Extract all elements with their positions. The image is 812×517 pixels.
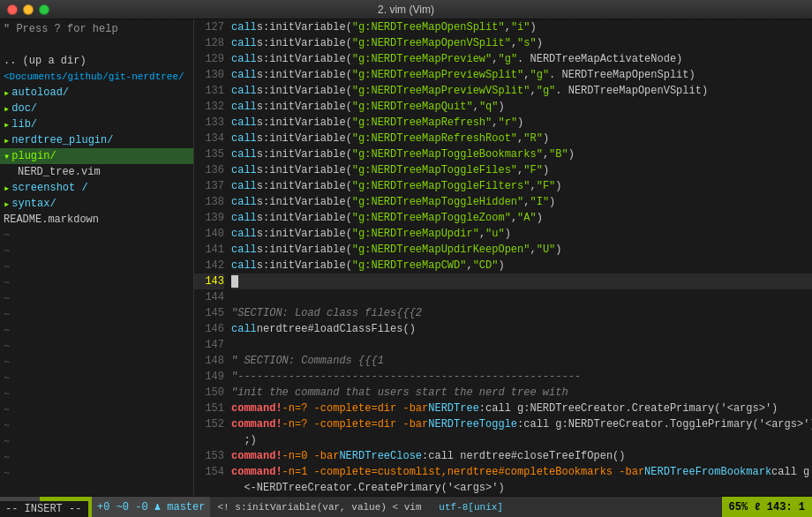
code-line-137: call s:initVariable("g:NERDTreeMapToggle…: [231, 178, 812, 194]
code-line-150: "init the command that users start the n…: [231, 385, 812, 401]
empty-line: [0, 37, 193, 53]
code-line-127: call s:initVariable("g:NERDTreeMapOpenSp…: [231, 19, 812, 35]
code-line-146: call nerdtree#loadClassFiles(): [231, 321, 812, 337]
sidebar-item-autoload[interactable]: ▸ autoload/: [0, 85, 193, 101]
sidebar-item-nerd-tree-vim[interactable]: NERD_tree.vim: [0, 164, 193, 180]
maximize-button[interactable]: [39, 4, 49, 15]
code-line-142: call s:initVariable("g:NERDTreeMapCWD", …: [231, 258, 812, 273]
code-line-132: call s:initVariable("g:NERDTreeMapQuit",…: [231, 99, 812, 115]
code-line-140: call s:initVariable("g:NERDTreeMapUpdir"…: [231, 226, 812, 242]
code-line-131: call s:initVariable("g:NERDTreeMapPrevie…: [231, 83, 812, 99]
window-title: 2. vim (Vim): [378, 4, 434, 16]
file-tree-sidebar: " Press ? for help .. (up a dir) <Docume…: [0, 19, 194, 496]
code-editor[interactable]: 127 128 129 130 131 132 133 134 135 136 …: [194, 19, 812, 496]
status-position: 65% ℓ 143: 1: [722, 497, 812, 518]
code-line-138: call s:initVariable("g:NERDTreeMapToggle…: [231, 194, 812, 210]
editor-content: 127 128 129 130 131 132 133 134 135 136 …: [194, 19, 812, 496]
close-button[interactable]: [7, 4, 18, 15]
current-path: <Documents/github/git-nerdtree/: [0, 69, 193, 85]
titlebar: 2. vim (Vim): [0, 0, 812, 19]
cursor: [231, 275, 238, 288]
code-line-133: call s:initVariable("g:NERDTreeMapRefres…: [231, 115, 812, 131]
statusbar: NERD INSERT +0 ~0 -0 ♟ master <! s:initV…: [0, 496, 812, 517]
minimize-button[interactable]: [23, 4, 34, 15]
window-controls[interactable]: [7, 4, 49, 15]
code-line-128: call s:initVariable("g:NERDTreeMapOpenVS…: [231, 35, 812, 51]
code-line-148: " SECTION: Commands {{{1: [231, 353, 812, 369]
sidebar-item-syntax[interactable]: ▸ syntax/: [0, 196, 193, 212]
code-line-cont1: ;): [231, 432, 812, 448]
code-line-153: command! -n=0 -bar NERDTreeClose :call n…: [231, 448, 812, 464]
code-line-151: command! -n=? -complete=dir -bar NERDTre…: [231, 401, 812, 416]
main-content: " Press ? for help .. (up a dir) <Docume…: [0, 19, 812, 496]
code-line-147: [231, 337, 812, 353]
code-line-139: call s:initVariable("g:NERDTreeMapToggle…: [231, 210, 812, 226]
status-file-info: <! s:initVariable(var, value) < vim utf-…: [210, 502, 721, 513]
code-line-152: command! -n=? -complete=dir -bar NERDTre…: [231, 416, 812, 432]
code-line-144: [231, 289, 812, 305]
arrow-icon: ▸: [4, 86, 10, 100]
code-line-141: call s:initVariable("g:NERDTreeMapUpdirK…: [231, 242, 812, 258]
status-git-info: +0 ~0 -0 ♟ master: [92, 497, 210, 518]
arrow-icon: ▸: [4, 118, 10, 131]
sidebar-item-doc[interactable]: ▸ doc/: [0, 101, 193, 116]
code-line-154: command! -n=1 -complete=customlist,nerdt…: [231, 464, 812, 480]
arrow-icon: ▸: [4, 198, 10, 211]
arrow-icon: ▸: [4, 134, 10, 147]
line-numbers: 127 128 129 130 131 132 133 134 135 136 …: [194, 19, 228, 496]
code-line-136: call s:initVariable("g:NERDTreeMapToggle…: [231, 162, 812, 178]
arrow-icon: ▾: [4, 150, 10, 163]
code-line-130: call s:initVariable("g:NERDTreeMapPrevie…: [231, 67, 812, 83]
code-line-134: call s:initVariable("g:NERDTreeMapRefres…: [231, 131, 812, 146]
code-line-cont2: <-NERDTreeCreator.CreatePrimary('<args>'…: [231, 480, 812, 496]
code-line-145: "SECTION: Load class files{{{2: [231, 305, 812, 321]
code-line-149: "---------------------------------------…: [231, 369, 812, 385]
sidebar-item-lib[interactable]: ▸ lib/: [0, 116, 193, 132]
sidebar-item-screenshot[interactable]: ▸ screenshot /: [0, 180, 193, 196]
arrow-icon: ▸: [4, 102, 10, 116]
arrow-icon: ▸: [4, 182, 10, 195]
up-dir[interactable]: .. (up a dir): [0, 53, 193, 69]
mode-indicator: -- INSERT --: [0, 501, 88, 517]
help-text: " Press ? for help: [0, 21, 193, 37]
sidebar-item-plugin[interactable]: ▾ plugin/: [0, 148, 193, 164]
sidebar-item-readme[interactable]: README.markdown: [0, 212, 193, 228]
code-line-135: call s:initVariable("g:NERDTreeMapToggle…: [231, 146, 812, 162]
code-line-129: call s:initVariable("g:NERDTreeMapPrevie…: [231, 51, 812, 67]
code-line-143: [231, 273, 812, 289]
code-content: call s:initVariable("g:NERDTreeMapOpenSp…: [228, 19, 812, 496]
sidebar-item-nerdtree-plugin[interactable]: ▸ nerdtree_plugin/: [0, 132, 193, 148]
